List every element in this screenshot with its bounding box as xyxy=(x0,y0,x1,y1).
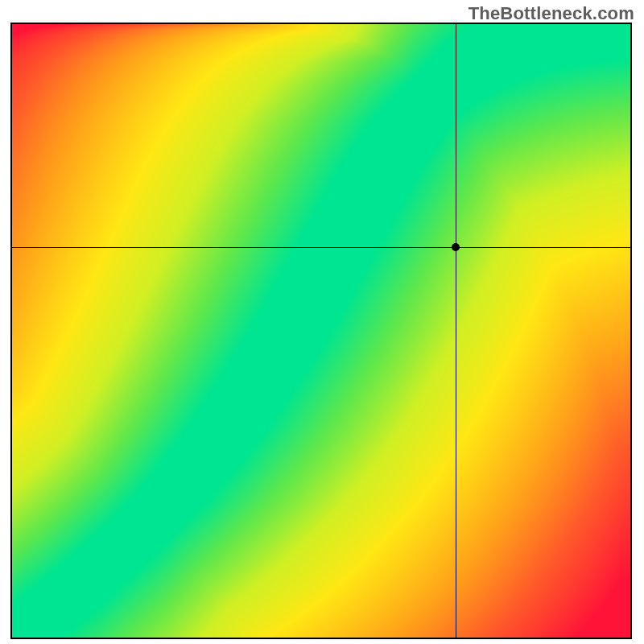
marker-dot xyxy=(452,243,460,251)
crosshair-horizontal xyxy=(12,247,630,248)
heatmap-frame xyxy=(10,23,632,639)
heatmap-canvas xyxy=(12,24,630,638)
watermark: TheBottleneck.com xyxy=(469,3,634,24)
crosshair-vertical xyxy=(456,24,456,638)
chart-container: TheBottleneck.com xyxy=(0,0,644,644)
